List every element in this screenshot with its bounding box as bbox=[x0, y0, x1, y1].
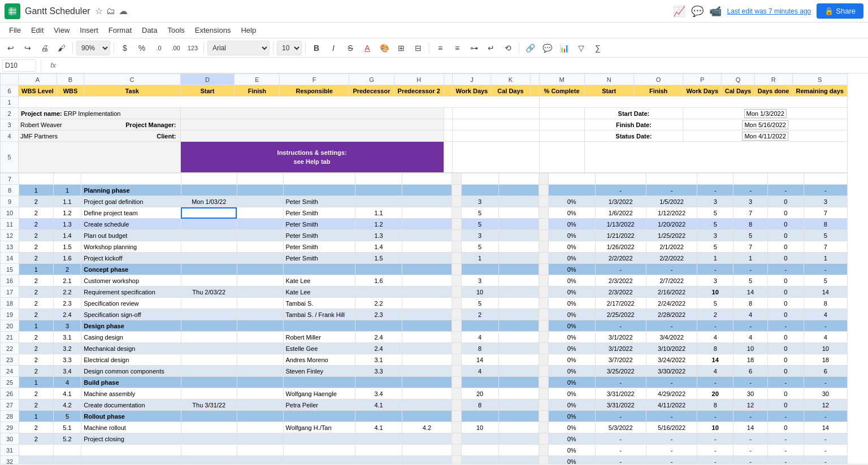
table-row[interactable]: 13 2 1.5 Workshop planning Peter Smith 1… bbox=[1, 241, 848, 253]
cell-calc-wd[interactable]: - bbox=[697, 320, 734, 332]
cell-workdays[interactable]: 2 bbox=[461, 309, 498, 320]
col-i[interactable] bbox=[444, 74, 453, 85]
cell-pct[interactable]: 0% bbox=[548, 422, 595, 433]
cell-pred2[interactable] bbox=[402, 354, 452, 366]
cell-calc-start[interactable]: 1/26/2022 bbox=[595, 241, 646, 253]
col-l[interactable] bbox=[530, 74, 539, 85]
cell-responsible[interactable] bbox=[284, 445, 355, 456]
cell-remaining[interactable]: 10 bbox=[804, 343, 847, 354]
cell-calc-wd[interactable]: - bbox=[697, 456, 734, 464]
cell-caldays[interactable] bbox=[498, 173, 539, 185]
menu-file[interactable]: File bbox=[5, 25, 25, 36]
cell-pred[interactable] bbox=[355, 320, 402, 332]
cell-wbs[interactable]: 1.5 bbox=[53, 241, 81, 253]
cell-start[interactable] bbox=[181, 445, 237, 456]
cell-wbs[interactable]: 4.2 bbox=[53, 399, 81, 411]
cell-responsible[interactable]: Wolfgang Haengle bbox=[284, 388, 355, 399]
cell-caldays[interactable] bbox=[498, 196, 539, 207]
col-n[interactable]: N bbox=[584, 74, 633, 85]
cell-start[interactable]: Thu 2/03/22 bbox=[181, 286, 237, 298]
cell-wbs[interactable]: 5.1 bbox=[53, 422, 81, 433]
table-row[interactable]: 7 bbox=[1, 173, 848, 185]
cell-calc-start[interactable]: 2/3/2022 bbox=[595, 275, 646, 286]
cell-calc-start[interactable]: 1/13/2022 bbox=[595, 219, 646, 230]
cell-calc-wd[interactable]: - bbox=[697, 411, 734, 422]
cell-calc-start[interactable]: - bbox=[595, 411, 646, 422]
cell-workdays[interactable]: 1 bbox=[461, 253, 498, 264]
cell-calc-cd[interactable]: 3 bbox=[734, 196, 768, 207]
cell-caldays[interactable] bbox=[498, 388, 539, 399]
cell-calc-cd[interactable]: - bbox=[734, 264, 768, 275]
cell-caldays[interactable] bbox=[498, 241, 539, 253]
cell-calc-wd[interactable]: - bbox=[697, 264, 734, 275]
cell-task[interactable]: Planning phase bbox=[81, 185, 181, 196]
cell-remaining[interactable]: 14 bbox=[804, 286, 847, 298]
cell-finish[interactable] bbox=[237, 264, 284, 275]
cell-calc-finish[interactable]: 1/5/2022 bbox=[646, 196, 697, 207]
cell-start[interactable]: Thu 3/31/22 bbox=[181, 399, 237, 411]
cell-calc-finish[interactable]: 2/16/2022 bbox=[646, 286, 697, 298]
cell-start[interactable] bbox=[181, 264, 237, 275]
cell-finish[interactable] bbox=[237, 230, 284, 241]
cell-responsible[interactable]: Steven Finley bbox=[284, 366, 355, 377]
cell-wbs[interactable]: 5 bbox=[53, 411, 81, 422]
cell-pred[interactable]: 1.4 bbox=[355, 241, 402, 253]
align-vertical-button[interactable]: ⊶ bbox=[467, 41, 481, 55]
cell-pred2[interactable] bbox=[402, 320, 452, 332]
cell-wbs[interactable]: 3 bbox=[53, 320, 81, 332]
cell-calc-wd[interactable]: 10 bbox=[697, 422, 734, 433]
cell-start[interactable] bbox=[181, 173, 237, 185]
cell-start[interactable] bbox=[181, 298, 237, 309]
cloud-icon[interactable]: ☁ bbox=[119, 6, 128, 16]
percent-button[interactable]: % bbox=[134, 41, 149, 55]
cell-workdays[interactable]: 3 bbox=[461, 230, 498, 241]
cell-days-done[interactable]: - bbox=[767, 377, 804, 388]
cell-caldays[interactable] bbox=[498, 366, 539, 377]
cell-calc-wd[interactable]: 14 bbox=[697, 354, 734, 366]
cell-calc-cd[interactable]: 4 bbox=[734, 332, 768, 343]
cell-days-done[interactable]: 0 bbox=[767, 230, 804, 241]
cell-responsible[interactable]: Peter Smith bbox=[284, 253, 355, 264]
cell-task[interactable]: Project goal definition bbox=[81, 196, 181, 207]
cell-calc-cd[interactable]: - bbox=[734, 445, 768, 456]
cell-pred2[interactable] bbox=[402, 343, 452, 354]
cell-pred2[interactable] bbox=[402, 433, 452, 445]
cell-calc-cd[interactable]: - bbox=[734, 377, 768, 388]
cell-remaining[interactable]: 5 bbox=[804, 275, 847, 286]
cell-days-done[interactable]: 0 bbox=[767, 388, 804, 399]
cell-finish[interactable] bbox=[237, 456, 284, 464]
link-button[interactable]: 🔗 bbox=[523, 41, 537, 55]
cell-remaining[interactable]: 3 bbox=[804, 196, 847, 207]
cell-start[interactable] bbox=[181, 241, 237, 253]
cell-workdays[interactable] bbox=[461, 173, 498, 185]
cell-calc-cd[interactable]: - bbox=[734, 320, 768, 332]
cell-finish[interactable] bbox=[237, 219, 284, 230]
cell-caldays[interactable] bbox=[498, 433, 539, 445]
cell-pct[interactable]: 0% bbox=[548, 445, 595, 456]
cell-pred[interactable] bbox=[355, 196, 402, 207]
menu-extensions[interactable]: Extensions bbox=[190, 25, 236, 36]
cell-calc-wd[interactable]: 5 bbox=[697, 207, 734, 219]
cell-pred2[interactable] bbox=[402, 230, 452, 241]
cell-calc-finish[interactable]: - bbox=[646, 264, 697, 275]
col-p[interactable]: P bbox=[683, 74, 722, 85]
chart-button[interactable]: 📊 bbox=[557, 41, 571, 55]
cell-pred[interactable]: 3.4 bbox=[355, 388, 402, 399]
cell-finish[interactable] bbox=[237, 286, 284, 298]
menu-view[interactable]: View bbox=[49, 25, 74, 36]
cell-calc-cd[interactable]: 5 bbox=[734, 230, 768, 241]
col-k[interactable]: K bbox=[491, 74, 530, 85]
cell-pred2[interactable] bbox=[402, 456, 452, 464]
cell-task[interactable] bbox=[81, 445, 181, 456]
cell-task[interactable]: Machine assembly bbox=[81, 388, 181, 399]
cell-responsible[interactable]: Tambai S. / Frank Hill bbox=[284, 309, 355, 320]
cell-calc-start[interactable]: 3/7/2022 bbox=[595, 354, 646, 366]
cell-calc-cd[interactable]: 6 bbox=[734, 366, 768, 377]
table-row[interactable]: 26 2 4.1 Machine assembly Wolfgang Haeng… bbox=[1, 388, 848, 399]
cell-calc-finish[interactable]: 2/1/2022 bbox=[646, 241, 697, 253]
cell-days-done[interactable]: 0 bbox=[767, 286, 804, 298]
decimal-button[interactable]: .0 bbox=[151, 41, 166, 55]
cell-calc-wd[interactable]: 4 bbox=[697, 366, 734, 377]
cell-caldays[interactable] bbox=[498, 298, 539, 309]
share-button[interactable]: 🔒 Share bbox=[817, 3, 863, 19]
